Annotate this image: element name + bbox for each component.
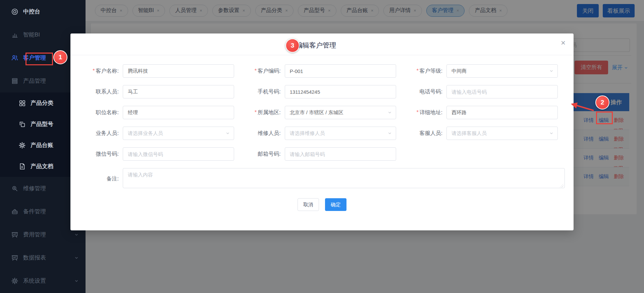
customer-name-input[interactable]: [123, 64, 234, 78]
customer-code-input[interactable]: [285, 64, 396, 78]
sidebar-item-label: 维修管理: [23, 185, 46, 192]
required-mark: *: [417, 109, 419, 115]
sidebar-item-label: 产品台账: [31, 141, 53, 149]
repair-person-select[interactable]: 请选择维修人员: [285, 127, 396, 140]
field-phone-number: 电话号码:: [403, 85, 565, 98]
sidebar-item-reports[interactable]: 数据报表: [0, 246, 86, 269]
chevron-down-icon: [387, 110, 392, 115]
chevron-down-icon: [387, 131, 392, 136]
grid-icon: [18, 99, 26, 107]
mobile-number-input[interactable]: [285, 85, 396, 98]
sidebar-item-label: 产品文档: [31, 162, 53, 170]
toolbox-icon: [11, 208, 18, 215]
console-icon: [11, 8, 18, 15]
gear-icon: [18, 142, 26, 149]
field-repair-person: 维修人员: 请选择维修人员: [241, 127, 403, 140]
annotation-badge-step3: 3: [285, 39, 300, 53]
phone-number-input[interactable]: [446, 85, 558, 98]
sidebar-item-label: 备件管理: [23, 208, 46, 215]
bar-chart-icon: [11, 31, 18, 39]
sales-person-select[interactable]: 请选择业务人员: [123, 127, 234, 140]
chevron-down-icon: [549, 131, 554, 136]
dialog-header: 编辑客户管理 ×: [70, 33, 574, 55]
document-icon: [18, 163, 26, 170]
field-customer-code: *客户编码:: [241, 64, 403, 78]
field-position-title: 职位名称:: [79, 106, 241, 119]
region-cascader[interactable]: 北京市 / 市辖区 / 东城区: [285, 106, 396, 119]
stack-icon: [11, 77, 18, 85]
sidebar-item-label: 产品分类: [31, 99, 53, 107]
annotation-box-step2: [596, 112, 613, 124]
field-email: 邮箱号码:: [241, 147, 403, 161]
copy-icon: [18, 121, 26, 128]
edit-customer-dialog: 编辑客户管理 × *客户名称: *客户编码: *客户等级: 中间商: [70, 33, 574, 230]
required-mark: *: [255, 68, 257, 74]
contact-person-input[interactable]: [123, 85, 234, 98]
sidebar-item-label: 数据报表: [23, 254, 46, 262]
sidebar-item-label: 产品型号: [31, 120, 53, 128]
chevron-down-icon: [74, 255, 79, 260]
required-mark: *: [417, 68, 419, 74]
annotation-box-step1: [25, 53, 53, 65]
dialog-footer: 取消 确定: [79, 198, 565, 211]
magnifier-gear-icon: [11, 185, 18, 192]
field-contact-person: 联系人员:: [79, 85, 241, 98]
chevron-down-icon: [74, 279, 79, 283]
sidebar-item-settings[interactable]: 系统设置: [0, 269, 86, 292]
address-input[interactable]: [446, 106, 558, 119]
dialog-title: 编辑客户管理: [296, 41, 336, 50]
app-window: 中控台 智能BI 客户管理 产品管理 产品分类 产品型号 产品台账: [0, 0, 644, 293]
presentation-chart-icon: [11, 254, 18, 262]
sidebar-item-label: 系统设置: [23, 277, 46, 285]
annotation-badge-step1: 1: [53, 50, 67, 64]
email-input[interactable]: [285, 147, 396, 161]
confirm-button[interactable]: 确定: [325, 198, 346, 211]
chevron-down-icon: [225, 131, 230, 136]
chevron-down-icon: [74, 232, 79, 237]
field-sales-person: 业务人员: 请选择业务人员: [79, 127, 241, 140]
sidebar-item-label: 费用管理: [23, 231, 46, 238]
required-mark: *: [255, 109, 257, 115]
dialog-close-icon[interactable]: ×: [561, 39, 566, 47]
field-spacer: [403, 147, 565, 161]
gear-icon: [11, 277, 18, 285]
sidebar-item-console[interactable]: 中控台: [0, 0, 86, 23]
field-region: *所属地区: 北京市 / 市辖区 / 东城区: [241, 106, 403, 119]
customer-level-select[interactable]: 中间商: [446, 64, 558, 78]
users-icon: [11, 54, 18, 62]
field-remarks: 备注:: [79, 168, 565, 190]
sidebar-item-label: 产品管理: [23, 77, 46, 85]
sidebar-item-label: 智能BI: [23, 31, 40, 39]
field-address: *详细地址:: [403, 106, 565, 119]
chevron-down-icon: [549, 69, 554, 73]
position-title-input[interactable]: [123, 106, 234, 119]
field-service-person: 客服人员: 请选择客服人员: [403, 127, 565, 140]
sidebar-item-label: 中控台: [23, 8, 40, 15]
dialog-body: *客户名称: *客户编码: *客户等级: 中间商: [70, 55, 574, 211]
service-person-select[interactable]: 请选择客服人员: [446, 127, 558, 140]
annotation-arrow-step2: [570, 100, 598, 114]
wechat-input[interactable]: [123, 147, 234, 161]
field-customer-level: *客户等级: 中间商: [403, 64, 565, 78]
remarks-textarea[interactable]: [123, 168, 565, 188]
required-mark: *: [93, 68, 95, 74]
field-mobile-number: 手机号码:: [241, 85, 403, 98]
presentation-chart-icon: [11, 231, 18, 238]
field-customer-name: *客户名称:: [79, 64, 241, 78]
cancel-button[interactable]: 取消: [298, 198, 319, 211]
field-wechat: 微信号码:: [79, 147, 241, 161]
